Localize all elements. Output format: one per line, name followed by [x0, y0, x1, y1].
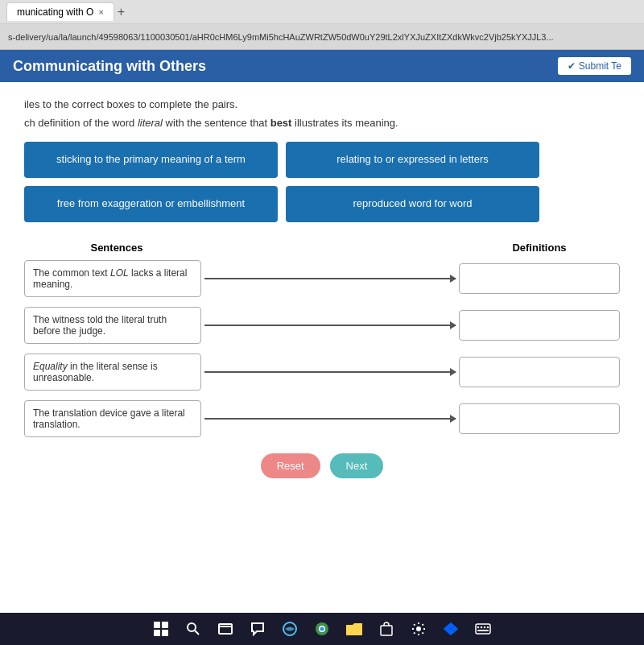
instruction-line1: iles to the correct boxes to complete th… [24, 98, 620, 110]
svg-line-5 [195, 631, 199, 635]
window-icon[interactable] [214, 618, 237, 640]
svg-rect-18 [476, 624, 490, 634]
sentence-box-1: The common text LOL lacks a literal mean… [24, 260, 201, 297]
chat-icon[interactable] [246, 618, 269, 640]
browser-tab[interactable]: municating with O × [6, 2, 114, 21]
svg-rect-6 [219, 624, 232, 634]
sentence-text-2: The witness told the literal truth befor… [33, 314, 192, 337]
search-icon[interactable] [182, 618, 204, 640]
matching-row-2: The witness told the literal truth befor… [24, 307, 620, 344]
reset-button[interactable]: Reset [261, 453, 320, 478]
svg-rect-0 [154, 622, 160, 628]
arrow-2 [204, 325, 456, 326]
next-button[interactable]: Next [330, 453, 384, 478]
submit-button[interactable]: ✔ Submit Te [558, 57, 631, 75]
new-tab-button[interactable]: + [118, 5, 125, 19]
matching-row-3: Equality in the literal sense is unreaso… [24, 354, 620, 391]
browser-tab-bar: municating with O × + [0, 0, 644, 24]
dropbox-icon[interactable] [440, 618, 462, 640]
definition-box-1[interactable] [459, 263, 620, 294]
sentence-text-1: The common text LOL lacks a literal mean… [33, 267, 192, 290]
svg-point-11 [320, 627, 324, 631]
matching-container: Sentences Definitions The common text LO… [24, 242, 620, 437]
tiles-grid: sticking to the primary meaning of a ter… [24, 142, 539, 222]
action-buttons: Reset Next [24, 453, 620, 478]
instruction-line2: ch definition of the word literal with t… [24, 117, 620, 129]
url-bar[interactable]: s-delivery/ua/la/launch/49598063/1100030… [0, 24, 644, 50]
instruction-italic: literal [138, 117, 163, 129]
sentence-box-4: The translation device gave a literal tr… [24, 400, 201, 437]
tab-close-icon[interactable]: × [98, 7, 103, 17]
instruction-suffix: with the sentence that [163, 117, 270, 129]
sentence-text-4: The translation device gave a literal tr… [33, 407, 192, 430]
store-icon[interactable] [375, 618, 398, 640]
definition-box-4[interactable] [459, 403, 620, 434]
tile-2[interactable]: relating to or expressed in letters [286, 142, 539, 178]
submit-check-icon: ✔ [568, 60, 576, 72]
matching-row-4: The translation device gave a literal tr… [24, 400, 620, 437]
instruction-bold: best [270, 117, 292, 129]
definition-box-2[interactable] [459, 310, 620, 341]
folder-icon[interactable] [343, 618, 365, 640]
arrow-4 [204, 418, 456, 420]
tile-1[interactable]: sticking to the primary meaning of a ter… [24, 142, 278, 178]
instruction-end: illustrates its meaning. [291, 117, 398, 129]
sentence-box-2: The witness told the literal truth befor… [24, 307, 201, 344]
taskbar [0, 613, 644, 645]
arrow-3 [204, 371, 456, 373]
tile-3[interactable]: free from exaggeration or embellishment [24, 186, 278, 222]
app-header: Communicating with Others ✔ Submit Te [0, 50, 644, 82]
matching-row-1: The common text LOL lacks a literal mean… [24, 260, 620, 297]
settings-icon[interactable] [407, 618, 430, 640]
svg-point-13 [416, 626, 421, 631]
definition-box-3[interactable] [459, 357, 620, 387]
arrow-1 [204, 278, 456, 279]
svg-rect-3 [162, 630, 168, 636]
keyboard-icon[interactable] [472, 618, 494, 640]
sentence-text-3: Equality in the literal sense is unreaso… [33, 361, 192, 383]
sentences-header: Sentences [24, 242, 209, 254]
url-text: s-delivery/ua/la/launch/49598063/1100030… [8, 32, 554, 42]
svg-rect-1 [162, 622, 168, 628]
windows-icon[interactable] [150, 618, 172, 640]
main-content: iles to the correct boxes to complete th… [0, 82, 644, 613]
svg-rect-12 [381, 626, 392, 635]
instruction-prefix: ch definition of the word [24, 117, 138, 129]
chrome-icon[interactable] [311, 618, 333, 640]
definitions-header: Definitions [459, 242, 620, 254]
svg-point-4 [188, 623, 196, 631]
tile-4[interactable]: reproduced word for word [286, 186, 539, 222]
sentence-box-3: Equality in the literal sense is unreaso… [24, 354, 201, 391]
edge-icon[interactable] [279, 618, 301, 640]
app-title: Communicating with Others [13, 58, 206, 75]
tab-label: municating with O [17, 6, 93, 18]
matching-headers: Sentences Definitions [24, 242, 620, 254]
svg-rect-2 [154, 630, 160, 636]
